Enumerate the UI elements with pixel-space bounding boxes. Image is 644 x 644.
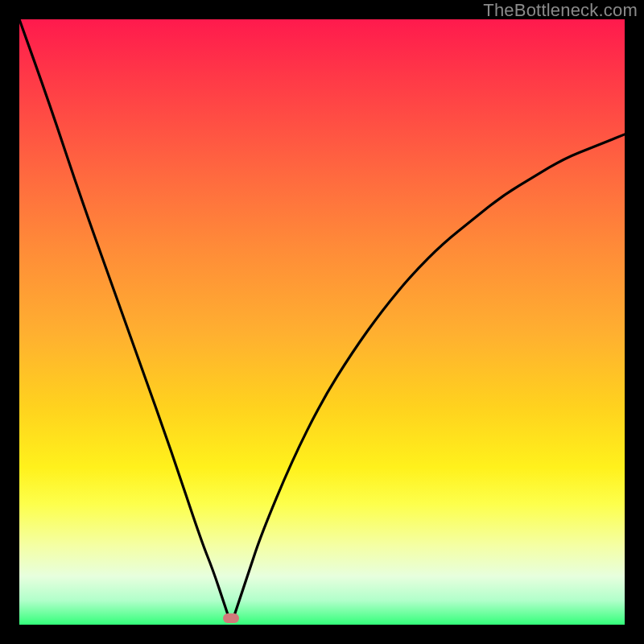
chart-stage: TheBottleneck.com — [0, 0, 644, 644]
optimal-marker — [223, 613, 239, 623]
curve-svg — [19, 19, 625, 625]
bottleneck-curve — [19, 19, 625, 620]
watermark-text: TheBottleneck.com — [483, 0, 638, 21]
plot-area — [19, 19, 625, 625]
